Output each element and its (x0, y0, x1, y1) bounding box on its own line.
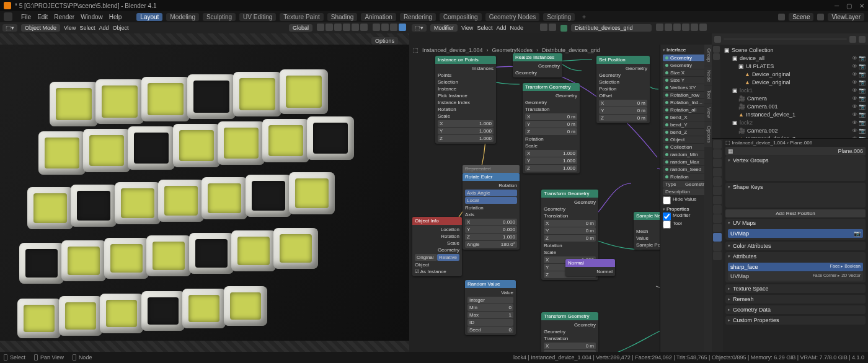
visibility-icon[interactable]: 👁 (852, 63, 857, 69)
interface-item[interactable]: random_Seed (663, 166, 709, 173)
outliner-row[interactable]: ▣lock2👁📷 (724, 118, 866, 126)
ptab-particles[interactable] (713, 205, 722, 214)
panel-texture-space[interactable]: Texture Space (725, 284, 866, 293)
ptab-scene[interactable] (713, 168, 722, 177)
outtab1[interactable] (713, 46, 720, 53)
workspace-tab-layout[interactable]: Layout (136, 13, 162, 21)
interface-item[interactable]: Geometry (663, 62, 709, 69)
outliner-row[interactable]: 🎥Camera.002👁📷 (724, 126, 866, 134)
ge-menu-add[interactable]: Add (496, 25, 506, 31)
editor-type-icon[interactable]: ⬚▾ (2, 24, 17, 32)
visibility-icon[interactable]: 👁 (852, 71, 857, 77)
menu-file[interactable]: File (21, 14, 31, 20)
scene-collection-row[interactable]: ▣Scene Collection (724, 46, 866, 54)
camera-icon[interactable]: 📷 (854, 230, 861, 237)
node-normal[interactable]: Normal Normal (565, 259, 615, 276)
viewlayer-name[interactable]: ViewLayer (828, 13, 864, 21)
tab-view[interactable]: View (704, 103, 712, 121)
vp-menu-view[interactable]: View (64, 25, 76, 31)
ge-menu-select[interactable]: Select (477, 25, 492, 31)
panel-remesh[interactable]: Remesh (725, 295, 866, 304)
ptab-texture[interactable] (713, 251, 722, 260)
geometry-nodes-editor[interactable]: ⬚ Instanced_device_1.004› GeometryNodes›… (409, 33, 712, 352)
interface-item[interactable]: bend_X (663, 114, 709, 121)
workspace-tab-rendering[interactable]: Rendering (400, 13, 436, 21)
ge-menu-node[interactable]: Node (510, 25, 523, 31)
panel-shape-keys[interactable]: Shape Keys (725, 183, 866, 191)
outliner-type-icon[interactable] (714, 36, 721, 43)
viewport-options-button[interactable]: Options (371, 37, 398, 45)
shading-icons[interactable] (372, 24, 407, 32)
workspace-tab-scripting[interactable]: Scripting (543, 13, 575, 21)
outliner[interactable]: ▣Scene Collection ▣device_all👁📷▣UI PLATE… (712, 33, 868, 139)
render-icon[interactable]: 📷 (859, 87, 866, 94)
mesh-datablock[interactable]: ▦ Plane.006 (725, 147, 866, 155)
scene-name[interactable]: Scene (789, 13, 813, 21)
socket-rotation[interactable]: Rotation (438, 106, 494, 113)
socket-pick-instance[interactable]: Pick Instance (438, 92, 494, 99)
interface-item[interactable]: random_Max (663, 159, 709, 165)
node-transform-geometry-1[interactable]: Transform Geometry GeometryGeometryTrans… (523, 83, 580, 173)
modifier-checkbox[interactable] (663, 212, 671, 221)
interface-item[interactable]: Vertices XY (663, 84, 709, 91)
interface-item[interactable]: Rotation_row (663, 92, 709, 98)
panel-attributes[interactable]: Attributes (725, 252, 866, 261)
render-icon[interactable]: 📷 (859, 120, 866, 126)
sidebar-interface-header[interactable]: Interface (663, 47, 709, 53)
node-transform-geometry-3[interactable]: Transform Geometry GeometryGeometryTrans… (541, 312, 598, 352)
socket-selection[interactable]: Selection (438, 79, 494, 85)
outliner-row[interactable]: ▲Instanced_device_2👁📷 (724, 134, 866, 139)
tab-group[interactable]: Group (704, 45, 712, 66)
render-icon[interactable]: 📷 (859, 71, 866, 77)
render-icon[interactable]: 📷 (859, 136, 866, 139)
nodetree-name[interactable]: Distribute_devices_grid (571, 24, 652, 32)
hide-value-checkbox[interactable] (663, 196, 671, 204)
menu-render[interactable]: Render (54, 14, 74, 20)
desc-label[interactable]: Description (665, 189, 690, 195)
ge-menu-view[interactable]: View (461, 25, 473, 31)
node-set-position[interactable]: Set Position GeometryGeometrySelectionPo… (596, 56, 650, 123)
panel-color-attributes[interactable]: Color Attributes (725, 242, 866, 250)
close-icon[interactable]: ✕ (859, 2, 864, 9)
orient-select[interactable]: Global (289, 24, 312, 32)
new-collection-icon[interactable] (859, 36, 866, 43)
viewport-3d[interactable]: Options Camera Orthographic (187) lock4 … (0, 33, 409, 352)
ge-toggle-icons[interactable] (539, 24, 557, 32)
ptab-world[interactable] (713, 177, 722, 186)
ptab-render[interactable] (713, 140, 722, 149)
visibility-icon[interactable]: 👁 (852, 128, 857, 134)
vp-menu-object[interactable]: Object (112, 25, 128, 31)
visibility-icon[interactable]: 👁 (852, 55, 857, 61)
panel-custom-properties[interactable]: Custom Properties (725, 316, 866, 325)
workspace-tab-texture-paint[interactable]: Texture Paint (280, 13, 323, 21)
visibility-icon[interactable]: 👁 (852, 79, 857, 85)
ge-editor-type-icon[interactable]: ⬚▾ (412, 24, 427, 32)
ptab-mesh-data[interactable] (713, 233, 722, 242)
outliner-row[interactable]: ▣UI PLATES👁📷 (724, 62, 866, 70)
socket-points[interactable]: Points (438, 72, 494, 79)
ptab-physics[interactable] (713, 214, 722, 223)
node-rotate-euler[interactable]: Deprecated Rotate Euler RotationAxis Ang… (463, 165, 520, 250)
tool-checkbox[interactable] (663, 221, 671, 229)
ge-type[interactable]: Modifier (430, 24, 458, 32)
mode-select[interactable]: Object Mode (21, 24, 60, 32)
panel-vertex-groups[interactable]: Vertex Groups (725, 156, 866, 165)
menu-window[interactable]: Window (81, 14, 103, 20)
outliner-row[interactable]: 🎥Camera👁📷 (724, 94, 866, 102)
interface-item[interactable]: random_Min (663, 151, 709, 158)
render-icon[interactable]: 📷 (859, 55, 866, 61)
interface-item[interactable]: Rotation_all (663, 107, 709, 113)
tab-node[interactable]: Node (704, 66, 712, 85)
render-icon[interactable]: 📷 (859, 128, 866, 134)
ptab-object[interactable] (713, 186, 722, 195)
workspace-tab-animation[interactable]: Animation (361, 13, 396, 21)
render-icon[interactable]: 📷 (859, 103, 866, 110)
socket-instance[interactable]: Instance (438, 85, 494, 92)
attribute-row[interactable]: sharp_faceFace ▸ Boolean (728, 263, 863, 271)
interface-item[interactable]: Collection (663, 144, 709, 151)
outtab2[interactable] (713, 53, 720, 60)
visibility-icon[interactable]: 👁 (852, 112, 857, 118)
scale-field[interactable]: Y1.000 (438, 128, 494, 134)
workspace-tab-sculpting[interactable]: Sculpting (203, 13, 236, 21)
workspace-tab-shading[interactable]: Shading (327, 13, 358, 21)
